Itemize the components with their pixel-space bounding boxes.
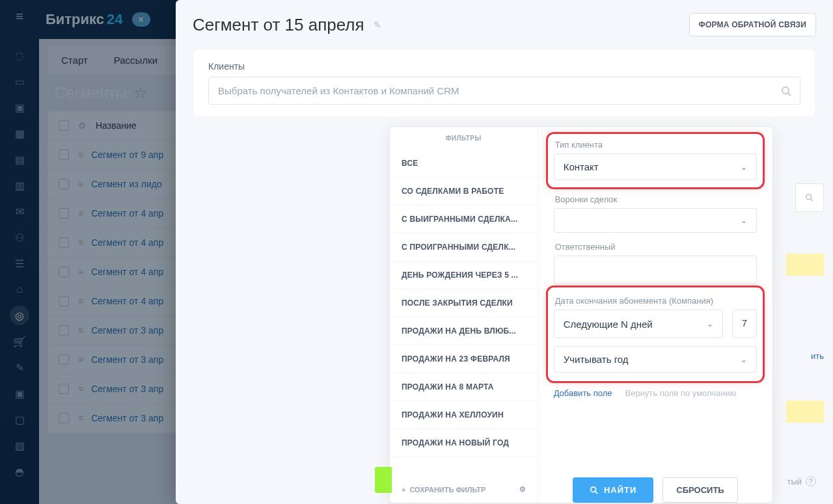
crm-search-input[interactable] xyxy=(208,77,800,105)
segment-panel: Сегмент от 15 апреля ✎ ФОРМА ОБРАТНОЙ СВ… xyxy=(176,0,833,504)
panel-header: Сегмент от 15 апреля ✎ ФОРМА ОБРАТНОЙ СВ… xyxy=(176,0,833,40)
funnels-select[interactable]: ⌄ xyxy=(554,208,757,233)
expiry-row: Следующие N дней ⌄ 7 xyxy=(554,310,757,338)
search-icon xyxy=(781,86,791,96)
edit-icon[interactable]: ✎ xyxy=(374,20,381,30)
highlight-client-type: Тип клиента Контакт ⌄ xyxy=(547,133,763,188)
filter-actions: НАЙТИ СБРОСИТЬ xyxy=(554,466,757,503)
expiry-mode-select[interactable]: Следующие N дней ⌄ xyxy=(554,310,723,338)
panel-title-text: Сегмент от 15 апреля xyxy=(193,15,364,35)
reset-fields-link[interactable]: Вернуть поля по умолчанию xyxy=(625,388,737,398)
filter-preset[interactable]: ДЕНЬ РОЖДЕНИЯ ЧЕРЕЗ 5 ... xyxy=(390,261,538,289)
feedback-button[interactable]: ФОРМА ОБРАТНОЙ СВЯЗИ xyxy=(689,13,816,36)
chevron-down-icon: ⌄ xyxy=(741,216,747,225)
expiry-n-input[interactable]: 7 xyxy=(732,310,757,338)
funnels-label: Воронки сделок xyxy=(555,194,757,204)
filter-preset[interactable]: ПРОДАЖИ НА ХЕЛЛОУИН xyxy=(390,401,538,429)
svg-line-3 xyxy=(595,491,598,494)
crm-search-wrap xyxy=(208,77,800,105)
filter-preset[interactable]: СО СДЕЛКАМИ В РАБОТЕ xyxy=(390,178,538,206)
filter-preset[interactable]: ПРОДАЖИ НА 8 МАРТА xyxy=(390,373,538,401)
filter-preset[interactable]: С ВЫИГРАННЫМИ СДЕЛКА... xyxy=(390,206,538,233)
form-links: Добавить поле Вернуть поля по умолчанию xyxy=(554,388,757,398)
find-label: НАЙТИ xyxy=(604,485,636,495)
add-field-link[interactable]: Добавить поле xyxy=(554,388,612,398)
save-filter-button[interactable]: +СОХРАНИТЬ ФИЛЬТР xyxy=(402,486,485,494)
peek-badge xyxy=(786,254,824,276)
reset-button[interactable]: СБРОСИТЬ xyxy=(662,477,737,503)
chevron-down-icon: ⌄ xyxy=(741,163,747,172)
filter-preset[interactable]: С ПРОИГРАННЫМИ СДЕЛК... xyxy=(390,233,538,261)
client-type-value: Контакт xyxy=(564,161,599,172)
peek-search-icon[interactable] xyxy=(795,183,824,212)
clients-card: Клиенты xyxy=(194,49,815,116)
chevron-down-icon: ⌄ xyxy=(741,355,747,364)
filter-preset[interactable]: ВСЕ xyxy=(390,150,538,178)
expiry-mode-value: Следующие N дней xyxy=(564,319,653,330)
filter-preset[interactable]: ПОСЛЕ ЗАКРЫТИЯ СДЕЛКИ xyxy=(390,289,538,317)
filter-popup: ФИЛЬТРЫ ВСЕ СО СДЕЛКАМИ В РАБОТЕ С ВЫИГР… xyxy=(389,126,773,503)
expiry-label: Дата окончания абонемента (Компания) xyxy=(555,296,757,306)
filter-preset[interactable]: ПРОДАЖИ НА ДЕНЬ ВЛЮБ... xyxy=(390,317,538,345)
client-type-label: Тип клиента xyxy=(555,140,757,150)
svg-point-2 xyxy=(591,486,596,492)
peek-change-link[interactable]: ить xyxy=(811,351,824,361)
svg-line-5 xyxy=(811,199,813,202)
peek-badge xyxy=(786,401,824,423)
filter-preset[interactable]: ПРОДАЖИ НА НОВЫЙ ГОД xyxy=(390,429,538,457)
peek-private: тый ? xyxy=(787,476,816,486)
svg-point-0 xyxy=(782,87,789,94)
peek-green-button-edge xyxy=(375,467,392,493)
expiry-year-select[interactable]: Учитывать год ⌄ xyxy=(554,346,757,373)
svg-line-1 xyxy=(788,93,791,96)
gear-icon[interactable]: ⚙ xyxy=(519,485,526,494)
expiry-year-value: Учитывать год xyxy=(564,354,629,365)
client-type-select[interactable]: Контакт ⌄ xyxy=(554,153,757,180)
responsible-label: Ответственный xyxy=(555,242,757,252)
svg-point-4 xyxy=(806,194,812,200)
peek-private-text: тый xyxy=(787,477,802,486)
responsible-input[interactable] xyxy=(554,256,757,284)
filters-header: ФИЛЬТРЫ xyxy=(390,127,538,150)
highlight-expiry: Дата окончания абонемента (Компания) Сле… xyxy=(547,287,763,382)
find-button[interactable]: НАЙТИ xyxy=(573,477,653,503)
filter-presets: ФИЛЬТРЫ ВСЕ СО СДЕЛКАМИ В РАБОТЕ С ВЫИГР… xyxy=(390,127,538,503)
filter-presets-footer: +СОХРАНИТЬ ФИЛЬТР ⚙ xyxy=(390,476,538,503)
clients-label: Клиенты xyxy=(208,61,800,72)
filter-form: Тип клиента Контакт ⌄ Воронки сделок ⌄ О… xyxy=(538,127,772,503)
help-icon[interactable]: ? xyxy=(806,476,816,486)
filter-preset[interactable]: ПРОДАЖИ НА 23 ФЕВРАЛЯ xyxy=(390,345,538,373)
panel-title: Сегмент от 15 апреля ✎ xyxy=(193,15,381,35)
chevron-down-icon: ⌄ xyxy=(707,319,713,328)
